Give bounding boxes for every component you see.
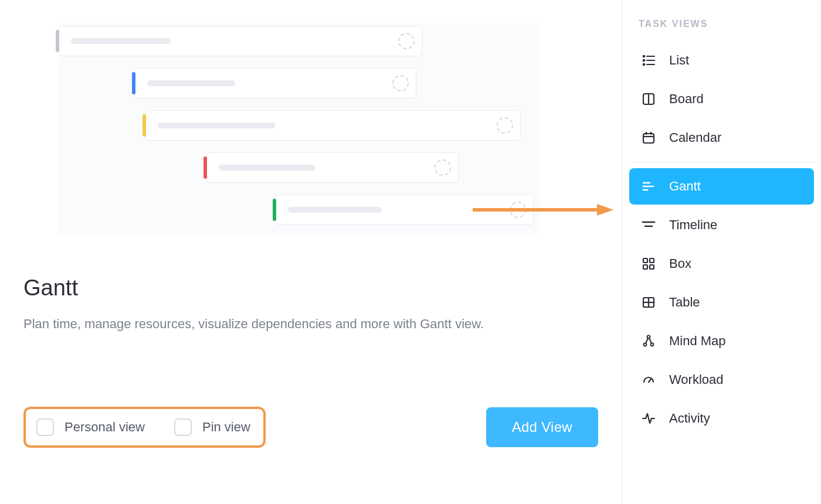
- svg-line-29: [646, 338, 648, 343]
- sidebar-divider: [629, 162, 814, 162]
- svg-rect-21: [643, 265, 647, 269]
- avatar-placeholder-icon: [398, 33, 415, 49]
- board-icon: [641, 91, 656, 107]
- mindmap-icon: [641, 333, 656, 349]
- preview-description: Plan time, manage resources, visualize d…: [23, 314, 528, 334]
- task-view-label: Table: [669, 295, 700, 310]
- bar-color-tab: [56, 30, 59, 52]
- task-view-label: Calendar: [669, 130, 721, 145]
- gantt-illustration: [59, 23, 540, 234]
- svg-line-30: [649, 338, 652, 343]
- svg-rect-20: [650, 258, 654, 263]
- add-view-button[interactable]: Add View: [486, 407, 598, 447]
- personal-view-label: Personal view: [65, 420, 145, 435]
- pin-view-label: Pin view: [202, 420, 250, 435]
- placeholder-line: [158, 122, 275, 128]
- options-highlight-box: Personal view Pin view: [23, 407, 266, 448]
- activity-icon: [641, 411, 656, 426]
- svg-rect-19: [643, 258, 647, 263]
- placeholder-line: [288, 207, 382, 213]
- gantt-bar: [59, 26, 422, 56]
- gantt-bar: [135, 68, 416, 98]
- svg-rect-10: [643, 134, 654, 143]
- task-view-activity[interactable]: Activity: [629, 400, 814, 437]
- calendar-icon: [641, 130, 656, 145]
- gantt-bar: [206, 152, 459, 183]
- task-view-box[interactable]: Box: [629, 246, 814, 282]
- preview-panel: Gantt Plan time, manage resources, visua…: [0, 0, 622, 504]
- gantt-bar: [276, 195, 534, 225]
- personal-view-option[interactable]: Personal view: [36, 418, 145, 436]
- task-view-label: Board: [669, 91, 704, 107]
- placeholder-line: [71, 38, 171, 44]
- timeline-icon: [641, 217, 656, 233]
- svg-marker-1: [597, 204, 613, 216]
- task-view-label: Activity: [669, 411, 710, 426]
- task-view-gantt[interactable]: Gantt: [629, 168, 814, 205]
- svg-point-2: [643, 56, 644, 57]
- workload-icon: [641, 372, 656, 387]
- pin-view-option[interactable]: Pin view: [174, 418, 250, 436]
- task-view-mindmap[interactable]: Mind Map: [629, 323, 814, 359]
- task-view-list[interactable]: List: [629, 42, 814, 79]
- avatar-placeholder-icon: [392, 75, 409, 91]
- avatar-placeholder-icon: [510, 202, 526, 218]
- task-view-calendar[interactable]: Calendar: [629, 120, 814, 156]
- checkbox-icon[interactable]: [36, 418, 54, 436]
- task-view-label: List: [669, 53, 689, 68]
- bar-color-tab: [203, 156, 207, 179]
- checkbox-icon[interactable]: [174, 418, 192, 436]
- avatar-placeholder-icon: [435, 159, 451, 176]
- preview-title: Gantt: [23, 275, 598, 301]
- task-view-label: Gantt: [669, 179, 701, 194]
- task-view-board[interactable]: Board: [629, 81, 814, 117]
- svg-point-26: [647, 336, 650, 339]
- avatar-placeholder-icon: [497, 117, 513, 134]
- bar-color-tab: [273, 199, 276, 221]
- list-icon: [641, 53, 656, 68]
- svg-point-6: [643, 64, 644, 65]
- task-views-sidebar: TASK VIEWS List Board Calendar: [622, 0, 821, 504]
- gantt-icon: [641, 179, 656, 194]
- bar-color-tab: [132, 72, 135, 94]
- box-icon: [641, 256, 656, 271]
- placeholder-line: [219, 165, 315, 171]
- task-view-label: Workload: [669, 372, 724, 387]
- bar-color-tab: [143, 114, 146, 137]
- task-view-table[interactable]: Table: [629, 284, 814, 321]
- svg-point-4: [643, 60, 644, 61]
- task-view-label: Box: [669, 256, 691, 271]
- placeholder-line: [147, 80, 235, 86]
- task-view-label: Mind Map: [669, 333, 726, 349]
- svg-line-31: [649, 379, 651, 382]
- task-view-workload[interactable]: Workload: [629, 362, 814, 398]
- sidebar-heading: TASK VIEWS: [629, 15, 814, 40]
- svg-point-28: [651, 343, 654, 346]
- table-icon: [641, 295, 656, 310]
- task-view-label: Timeline: [669, 217, 717, 233]
- gantt-bar: [145, 110, 521, 141]
- svg-point-27: [644, 343, 647, 346]
- task-view-timeline[interactable]: Timeline: [629, 207, 814, 243]
- options-row: Personal view Pin view Add View: [23, 407, 598, 448]
- svg-rect-22: [650, 265, 654, 269]
